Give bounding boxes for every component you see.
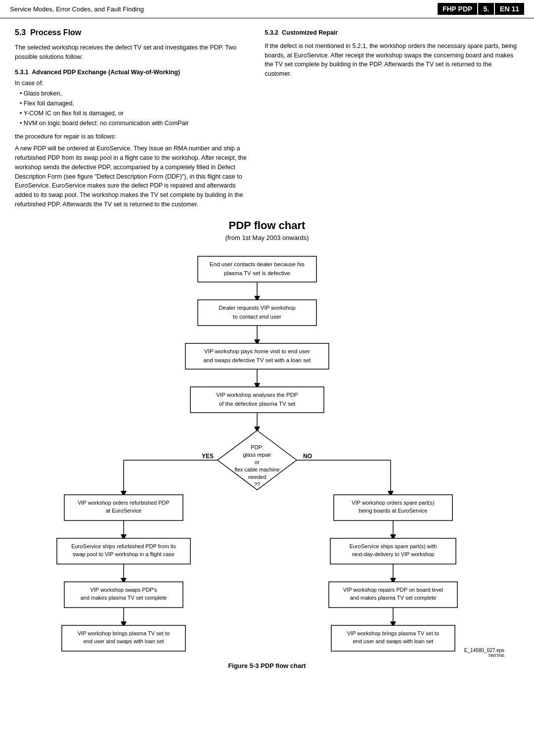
header-tag: FHP PDP: [438, 3, 477, 15]
svg-text:End user contacts dealer becau: End user contacts dealer because his: [210, 261, 305, 267]
procedure-text: A new PDP will be ordered at EuroService…: [15, 144, 250, 209]
bullet-2: Flex foil damaged,: [20, 98, 250, 108]
svg-text:or: or: [255, 459, 260, 465]
svg-text:end user and swaps with loan s: end user and swaps with loan set: [84, 638, 164, 644]
flowchart-wrapper: End user contacts dealer because his pla…: [15, 251, 519, 657]
svg-text:swap pool to VIP workshop in a: swap pool to VIP workshop in a flight ca…: [73, 551, 175, 557]
sub531-title: 5.3.1 Advanced PDP Exchange (Actual Way-…: [15, 69, 250, 76]
sub532-text: If the defect is not mentioned in 5.2.1,…: [265, 42, 519, 79]
right-column: 5.3.2 Customized Repair If the defect is…: [265, 28, 519, 209]
svg-rect-5: [198, 300, 316, 326]
svg-text:EuroService ships refurbished : EuroService ships refurbished PDP from i…: [71, 543, 176, 549]
flowchart-subtitle: (from 1st May 2003 onwards): [15, 234, 519, 241]
svg-text:of the defective plasma TV set: of the defective plasma TV set: [219, 401, 296, 407]
svg-text:flex cable machine: flex cable machine: [234, 467, 279, 472]
flowchart-section: PDP flow chart (from 1st May 2003 onward…: [0, 214, 534, 689]
svg-text:NO: NO: [303, 453, 312, 460]
flowchart-title: PDP flow chart: [15, 219, 519, 232]
svg-text:VIP workshop brings plasma TV : VIP workshop brings plasma TV set to: [347, 630, 439, 636]
bullet-3: Y-COM IC on flex foil is damaged, or: [20, 108, 250, 118]
page-header: Service Modes, Error Codes, and Fault Fi…: [0, 0, 534, 18]
svg-text:end user and swaps with loan s: end user and swaps with loan set: [353, 638, 434, 644]
flowchart-svg: End user contacts dealer because his pla…: [15, 251, 519, 657]
sub532-title: 5.3.2 Customized Repair: [265, 28, 519, 38]
header-right: FHP PDP 5. EN 11: [438, 3, 524, 15]
figure-caption: Figure 5-3 PDP flow chart: [15, 662, 519, 679]
procedure-intro: the procedure for repair is as follows:: [15, 132, 250, 142]
svg-text:PDP:: PDP:: [251, 444, 264, 450]
svg-text:VIP workshop brings plasma TV : VIP workshop brings plasma TV set to: [78, 630, 170, 636]
svg-text:needed: needed: [248, 474, 267, 480]
svg-text:and makes plasma TV set comple: and makes plasma TV set complete: [81, 595, 167, 601]
svg-text:VIP workshop orders spare part: VIP workshop orders spare part(s): [352, 500, 434, 506]
svg-text:being boards at EuroService: being boards at EuroService: [359, 508, 428, 514]
section-intro: The selected workshop receives the defec…: [15, 43, 250, 62]
svg-text:Dealer requests VIP workshop: Dealer requests VIP workshop: [219, 305, 295, 311]
svg-text:280706: 280706: [488, 654, 505, 657]
section-title: 5.3 Process Flow: [15, 28, 250, 37]
bullet-4: NVM on logic board defect: no communicat…: [20, 118, 250, 128]
svg-text:glass repair: glass repair: [243, 452, 271, 458]
content-area: 5.3 Process Flow The selected workshop r…: [0, 18, 534, 214]
svg-rect-1: [198, 256, 316, 282]
svg-text:E_14580_027.eps: E_14580_027.eps: [464, 648, 504, 653]
svg-text:VIP workshop repairs PDP on bo: VIP workshop repairs PDP on board level: [343, 587, 443, 593]
svg-text:??: ??: [254, 481, 260, 487]
svg-rect-13: [190, 387, 324, 413]
header-title: Service Modes, Error Codes, and Fault Fi…: [10, 5, 144, 13]
header-en: EN 11: [494, 3, 524, 15]
incase-label: In case of:: [15, 80, 250, 87]
svg-text:next-day-delivery to VIP works: next-day-delivery to VIP workshop: [352, 551, 435, 557]
svg-text:to contact end user: to contact end user: [233, 314, 281, 320]
svg-rect-9: [185, 343, 329, 369]
svg-text:and makes plasma TV set comple: and makes plasma TV set complete: [350, 595, 437, 601]
svg-text:VIP workshop orders refurbishe: VIP workshop orders refurbished PDP: [78, 500, 170, 506]
svg-text:VIP workshop pays home visit t: VIP workshop pays home visit to end user: [204, 348, 310, 354]
svg-text:at EuroService: at EuroService: [106, 508, 141, 514]
svg-text:VIP workshop analyses the PDP: VIP workshop analyses the PDP: [216, 392, 298, 398]
svg-text:and swaps defective TV set wit: and swaps defective TV set with a loan s…: [203, 357, 311, 363]
svg-text:YES: YES: [202, 453, 214, 460]
bullet-list: Glass broken, Flex foil damaged, Y-COM I…: [20, 89, 250, 128]
bullet-1: Glass broken,: [20, 89, 250, 98]
header-number: 5.: [477, 3, 494, 15]
svg-text:EuroService ships spare part(s: EuroService ships spare part(s) with: [350, 543, 437, 549]
svg-text:VIP workshop swaps PDP's: VIP workshop swaps PDP's: [90, 587, 157, 593]
left-column: 5.3 Process Flow The selected workshop r…: [15, 28, 250, 209]
svg-text:plasma TV set is defective: plasma TV set is defective: [224, 270, 290, 276]
